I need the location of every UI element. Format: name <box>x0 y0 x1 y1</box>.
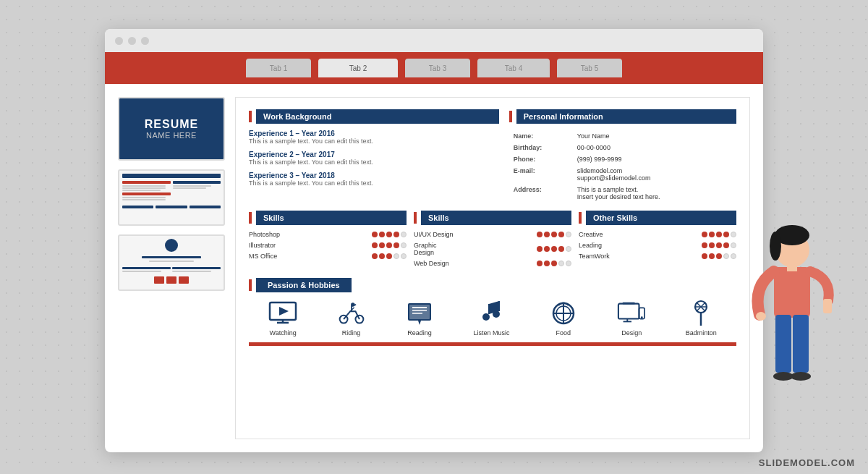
email-value: slidemodel.comsupport@slidemodel.com <box>574 166 735 183</box>
svg-point-34 <box>770 232 781 261</box>
dot-filled <box>702 253 707 259</box>
hobby-music: Listen Music <box>473 300 509 337</box>
browser-dot-green <box>141 37 149 45</box>
dot-empty <box>401 253 407 259</box>
table-row: E-mail: slidemodel.comsupport@slidemodel… <box>511 166 735 183</box>
section-bar-red-3 <box>249 212 252 224</box>
skills-col-3: Other Skills Creative Leading <box>579 211 736 271</box>
email-label: E-mail: <box>511 166 573 183</box>
browser-titlebar <box>105 29 763 52</box>
skill-dots <box>537 246 571 252</box>
dot-empty <box>558 261 564 266</box>
svg-point-26 <box>641 316 643 318</box>
mini-line <box>172 267 221 269</box>
hobby-badminton: Badminton <box>686 300 717 337</box>
hobby-label: Listen Music <box>473 329 509 337</box>
dot-filled <box>709 242 715 248</box>
svg-marker-3 <box>279 307 289 316</box>
watermark: SLIDEMODEL.COM <box>759 457 855 468</box>
mini-line <box>122 199 166 200</box>
table-row: Birthday: 00-00-0000 <box>511 143 735 153</box>
dot-filled <box>551 261 557 266</box>
table-row: Address: This is a sample text.Insert yo… <box>511 185 735 202</box>
nav-tab-1[interactable]: Tab 1 <box>246 59 311 77</box>
nav-tab-4[interactable]: Tab 4 <box>477 59 550 77</box>
dot-empty <box>401 232 407 237</box>
mini-line <box>122 206 153 208</box>
exp-2-desc: This is a sample text. You can edit this… <box>249 158 499 166</box>
browser-dot-red <box>115 37 123 45</box>
svg-marker-12 <box>418 321 421 325</box>
top-columns: Work Background Experience 1 – Year 2016… <box>249 109 736 203</box>
watching-icon <box>268 300 297 326</box>
skill-name: TeamWork <box>579 253 610 260</box>
hobby-riding: Riding <box>337 300 366 337</box>
dot-filled <box>558 246 564 252</box>
mini-line <box>173 187 207 189</box>
slide-title: RESUME <box>145 118 198 131</box>
mini-block <box>166 276 176 284</box>
table-row: Name: Your Name <box>511 131 735 141</box>
nav-tab-3[interactable]: Tab 3 <box>405 59 470 77</box>
skill-graphic: GraphicDesign <box>414 242 571 256</box>
hobby-watching: Watching <box>268 300 297 337</box>
birthday-label: Birthday: <box>511 143 573 153</box>
nav-tab-5[interactable]: Tab 5 <box>557 59 622 77</box>
hobby-label: Watching <box>270 329 297 337</box>
dot-filled <box>723 242 729 248</box>
slide-thumb-1[interactable]: RESUME NAME HERE <box>118 97 225 161</box>
skill-illustrator: Illustrator <box>249 242 407 249</box>
dot-filled <box>386 242 392 248</box>
hobby-label: Riding <box>342 329 361 337</box>
hobby-food: Food <box>549 300 578 337</box>
personal-info-title: Personal Information <box>516 109 736 124</box>
dot-filled <box>551 246 557 252</box>
svg-rect-21 <box>618 304 639 319</box>
resume-content: Work Background Experience 1 – Year 2016… <box>235 97 750 439</box>
dot-filled <box>716 232 722 237</box>
mini-block <box>154 276 164 284</box>
mini-line <box>122 267 171 269</box>
dot-filled <box>709 232 715 237</box>
personal-info-header: Personal Information <box>509 109 736 124</box>
skills-1-title: Skills <box>256 211 407 225</box>
skill-dots <box>372 253 407 259</box>
slide-thumb-3[interactable] <box>118 234 225 291</box>
badminton-icon <box>686 300 715 326</box>
dot-filled <box>723 232 729 237</box>
mini-line <box>142 256 201 258</box>
dot-filled <box>372 242 378 248</box>
skills-row: Skills Photoshop Illustrator <box>249 211 736 271</box>
skill-webdesign: Web Design <box>414 260 571 267</box>
other-skills-title: Other Skills <box>586 211 736 225</box>
personal-info-table: Name: Your Name Birthday: 00-00-0000 Pho… <box>509 130 736 203</box>
dot-empty <box>393 253 399 259</box>
skill-name: GraphicDesign <box>414 242 437 256</box>
mini-line <box>122 174 221 178</box>
personal-info-col: Personal Information Name: Your Name Bir… <box>509 109 736 203</box>
nav-tab-2[interactable]: Tab 2 <box>318 59 398 77</box>
dot-filled <box>537 232 542 237</box>
skills-1-header: Skills <box>249 211 407 225</box>
skill-dots <box>702 232 736 237</box>
section-bar-red <box>249 111 252 122</box>
work-background-header: Work Background <box>249 109 499 124</box>
skill-dots <box>372 232 407 237</box>
slide-thumb-2[interactable] <box>118 169 225 226</box>
dot-filled <box>716 242 722 248</box>
hobbies-icons-row: Watching <box>249 300 736 337</box>
exp-1-title: Experience 1 – Year 2016 <box>249 130 499 137</box>
svg-rect-37 <box>823 299 832 313</box>
skills-col-1: Skills Photoshop Illustrator <box>249 211 407 271</box>
skill-creative: Creative <box>579 231 736 238</box>
phone-value: (999) 999-9999 <box>574 154 735 164</box>
riding-icon <box>337 300 366 326</box>
section-bar-red-5 <box>579 212 582 224</box>
mini-line <box>122 185 166 187</box>
reading-icon <box>405 300 434 326</box>
dot-filled <box>558 232 564 237</box>
exp-3-title: Experience 3 – Year 2018 <box>249 172 499 179</box>
dot-empty <box>731 232 736 237</box>
dot-filled <box>544 232 550 237</box>
mini-line <box>122 197 166 198</box>
